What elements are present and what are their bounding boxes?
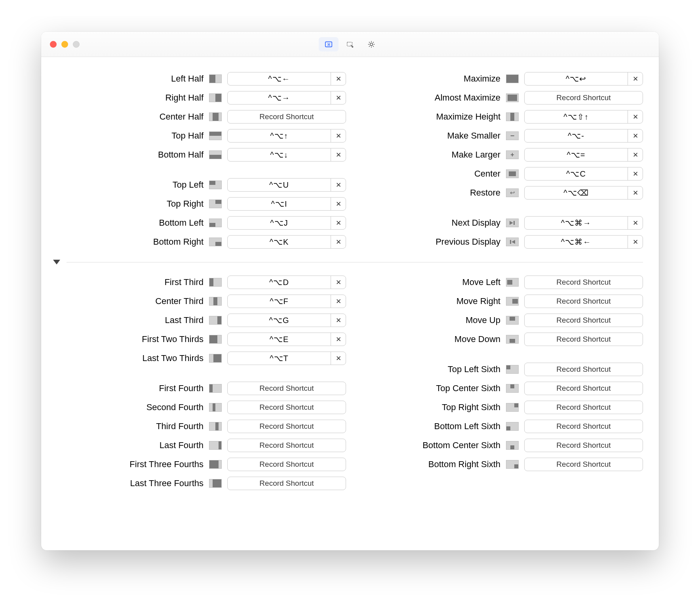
record-shortcut-button[interactable]: Record Shortcut [227,110,346,124]
record-shortcut-button[interactable]: Record Shortcut [524,401,643,414]
record-shortcut-button[interactable]: Record Shortcut [524,314,643,327]
clear-shortcut-button[interactable]: ✕ [628,167,643,180]
shortcut-field[interactable]: ^⌥U✕ [227,178,346,192]
shortcut-field[interactable]: ^⌥J✕ [227,216,346,230]
clear-shortcut-button[interactable]: ✕ [331,129,346,142]
record-shortcut-button[interactable]: Record Shortcut [524,276,643,289]
shortcut-field[interactable]: ^⌥⌫✕ [524,186,643,200]
shortcut-field[interactable]: ^⌥C✕ [524,167,643,181]
clear-shortcut-button[interactable]: ✕ [331,217,346,229]
shortcut-field[interactable]: ^⌥→✕ [227,91,346,105]
record-shortcut-button[interactable]: Record Shortcut [524,91,643,105]
clear-shortcut-button[interactable]: ✕ [331,314,346,327]
clear-shortcut-button[interactable]: ✕ [331,295,346,308]
shortcut-text: Record Shortcut [525,422,643,431]
record-shortcut-button[interactable]: Record Shortcut [227,458,346,471]
first-third-icon [208,278,223,287]
shortcut-label: Second Fourth [146,402,204,413]
shortcut-label: Center Third [155,296,204,306]
shortcut-label: First Fourth [159,383,204,394]
shortcut-text: ^⌥→ [228,93,331,103]
record-shortcut-button[interactable]: Record Shortcut [227,401,346,414]
bottom-center-sixth-icon [505,441,519,450]
shortcut-text: ^⌥↓ [228,150,331,160]
clear-shortcut-button[interactable]: ✕ [331,236,346,248]
shortcut-field[interactable]: ^⌥F✕ [227,295,346,308]
shortcut-text: ^⌥T [228,354,331,363]
top-left-icon [208,181,223,189]
shortcut-field[interactable]: ^⌥G✕ [227,314,346,327]
clear-shortcut-button[interactable]: ✕ [628,72,643,85]
zoom-window-button[interactable] [73,41,80,48]
record-shortcut-button[interactable]: Record Shortcut [524,295,643,308]
section-separator [53,260,643,264]
shortcut-label: Bottom Left [159,218,204,228]
clear-shortcut-button[interactable]: ✕ [331,333,346,346]
clear-shortcut-button[interactable]: ✕ [628,186,643,199]
shortcut-field[interactable]: ^⌥D✕ [227,276,346,289]
shortcut-field[interactable]: ^⌥=✕ [524,148,643,162]
shortcut-text: ^⌥⌫ [525,188,628,198]
record-shortcut-button[interactable]: Record Shortcut [524,458,643,471]
shortcut-text: Record Shortcut [228,422,346,431]
shortcut-text: Record Shortcut [228,112,346,121]
record-shortcut-button[interactable]: Record Shortcut [524,363,643,376]
shortcut-text: Record Shortcut [525,403,643,412]
record-shortcut-button[interactable]: Record Shortcut [227,420,346,433]
record-shortcut-button[interactable]: Record Shortcut [227,382,346,395]
shortcut-field[interactable]: ^⌥⌘→✕ [524,216,643,230]
clear-shortcut-button[interactable]: ✕ [628,148,643,161]
record-shortcut-button[interactable]: Record Shortcut [524,382,643,395]
disclosure-triangle-icon[interactable] [53,260,60,264]
shortcut-field[interactable]: ^⌥-✕ [524,129,643,143]
shortcut-label: Maximize Height [436,112,500,122]
clear-shortcut-button[interactable]: ✕ [331,179,346,191]
clear-shortcut-button[interactable]: ✕ [628,110,643,123]
clear-shortcut-button[interactable]: ✕ [628,129,643,142]
shortcut-row-bottom-right-sixth: Bottom Right SixthRecord Shortcut [362,457,643,472]
shortcut-row-last-three-fourths: Last Three FourthsRecord Shortcut [65,476,346,491]
shortcut-field[interactable]: ^⌥⌘←✕ [524,235,643,249]
shortcut-field[interactable]: ^⌥←✕ [227,72,346,86]
shortcut-row-top-right: Top Right^⌥I✕ [65,196,346,211]
clear-shortcut-button[interactable]: ✕ [331,148,346,161]
shortcut-field[interactable]: ^⌥K✕ [227,235,346,249]
shortcut-field[interactable]: ^⌥↑✕ [227,129,346,143]
shortcut-row-top-half: Top Half^⌥↑✕ [65,128,346,143]
right-column-top: Maximize^⌥↩✕Almost MaximizeRecord Shortc… [362,71,643,249]
shortcut-field[interactable]: ^⌥↓✕ [227,148,346,162]
record-shortcut-button[interactable]: Record Shortcut [227,439,346,452]
record-shortcut-button[interactable]: Record Shortcut [524,333,643,346]
clear-shortcut-button[interactable]: ✕ [331,352,346,365]
close-window-button[interactable] [50,41,57,48]
center-third-icon [208,297,223,306]
shortcut-label: Bottom Right [153,237,204,247]
shortcut-label: Center [474,169,500,179]
shortcut-label: Bottom Left Sixth [434,421,500,432]
shortcut-label: Top Center Sixth [436,383,500,394]
clear-shortcut-button[interactable]: ✕ [331,276,346,289]
svg-rect-4 [514,221,515,225]
record-shortcut-button[interactable]: Record Shortcut [524,439,643,452]
shortcut-field[interactable]: ^⌥I✕ [227,197,346,211]
left-column-top: Left Half^⌥←✕Right Half^⌥→✕Center HalfRe… [65,71,346,249]
minimize-window-button[interactable] [61,41,68,48]
next-display-icon [505,219,519,227]
clear-shortcut-button[interactable]: ✕ [331,91,346,104]
first-three-fourths-icon [208,460,223,469]
record-shortcut-button[interactable]: Record Shortcut [524,420,643,433]
shortcut-field[interactable]: ^⌥↩✕ [524,72,643,86]
shortcut-field[interactable]: ^⌥T✕ [227,352,346,365]
shortcut-row-top-left: Top Left^⌥U✕ [65,177,346,192]
tab-preferences[interactable] [361,37,381,51]
clear-shortcut-button[interactable]: ✕ [628,236,643,248]
tab-shortcuts[interactable]: ⌘ [319,37,339,51]
tab-snap[interactable] [340,37,360,51]
shortcut-field[interactable]: ^⌥E✕ [227,333,346,346]
clear-shortcut-button[interactable]: ✕ [331,198,346,210]
clear-shortcut-button[interactable]: ✕ [331,72,346,85]
record-shortcut-button[interactable]: Record Shortcut [227,477,346,490]
shortcut-field[interactable]: ^⌥⇧↑✕ [524,110,643,124]
clear-shortcut-button[interactable]: ✕ [628,217,643,229]
last-two-thirds-icon [208,354,223,363]
